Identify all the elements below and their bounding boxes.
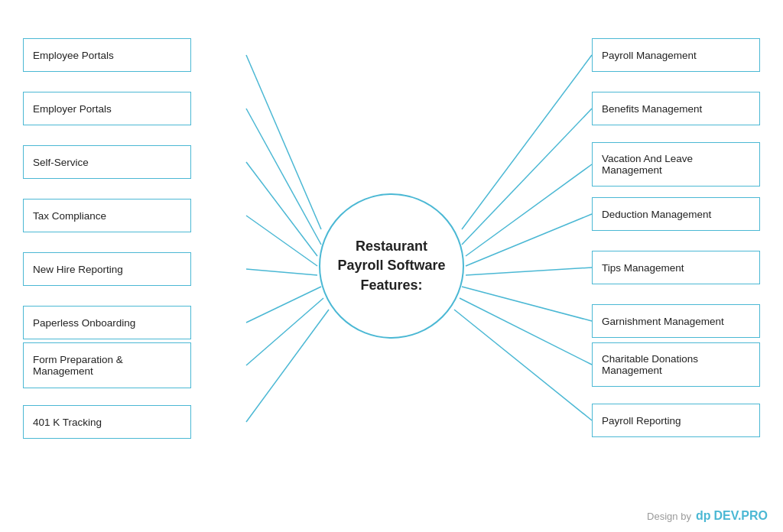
feature-box-l4: Tax Compliance bbox=[23, 199, 191, 232]
feature-box-r4: Deduction Management bbox=[592, 197, 760, 231]
devpro-text: DEV.PRO bbox=[713, 509, 768, 523]
feature-box-r8: Payroll Reporting bbox=[592, 404, 760, 437]
svg-line-15 bbox=[454, 310, 592, 420]
feature-box-l3: Self-Service bbox=[23, 145, 191, 179]
feature-box-r6: Garnishment Management bbox=[592, 304, 760, 338]
svg-line-4 bbox=[246, 269, 317, 275]
svg-line-14 bbox=[460, 298, 592, 365]
feature-box-r5: Tips Management bbox=[592, 251, 760, 284]
svg-line-5 bbox=[246, 287, 321, 323]
design-by-label: Design by bbox=[647, 511, 691, 522]
center-text: Restaurant Payroll Software Features: bbox=[330, 229, 453, 303]
svg-line-9 bbox=[462, 109, 592, 245]
svg-line-1 bbox=[246, 109, 321, 245]
feature-box-l6: Paperless Onboarding bbox=[23, 306, 191, 339]
svg-line-2 bbox=[246, 162, 317, 256]
devpro-logo: dp DEV.PRO bbox=[696, 509, 768, 523]
svg-line-11 bbox=[466, 214, 592, 266]
svg-line-10 bbox=[466, 164, 592, 256]
center-circle: Restaurant Payroll Software Features: bbox=[319, 193, 464, 339]
svg-line-6 bbox=[246, 298, 323, 365]
svg-line-3 bbox=[246, 216, 317, 266]
diagram-container: Restaurant Payroll Software Features: Em… bbox=[0, 0, 783, 532]
feature-box-r2: Benefits Management bbox=[592, 92, 760, 125]
feature-box-l8: 401 K Tracking bbox=[23, 405, 191, 439]
svg-line-13 bbox=[462, 287, 592, 321]
footer: Design by dp DEV.PRO bbox=[647, 509, 768, 523]
feature-box-l2: Employer Portals bbox=[23, 92, 191, 125]
svg-line-12 bbox=[466, 268, 592, 275]
svg-line-0 bbox=[246, 55, 321, 229]
feature-box-r3: Vacation And Leave Management bbox=[592, 142, 760, 187]
svg-line-7 bbox=[246, 310, 329, 422]
feature-box-r7: Charitable Donations Management bbox=[592, 342, 760, 387]
svg-line-8 bbox=[462, 55, 592, 229]
feature-box-l1: Employee Portals bbox=[23, 38, 191, 72]
feature-box-r1: Payroll Management bbox=[592, 38, 760, 72]
feature-box-l7: Form Preparation & Management bbox=[23, 342, 191, 388]
devpro-dp-icon: dp bbox=[696, 509, 711, 523]
feature-box-l5: New Hire Reporting bbox=[23, 252, 191, 286]
